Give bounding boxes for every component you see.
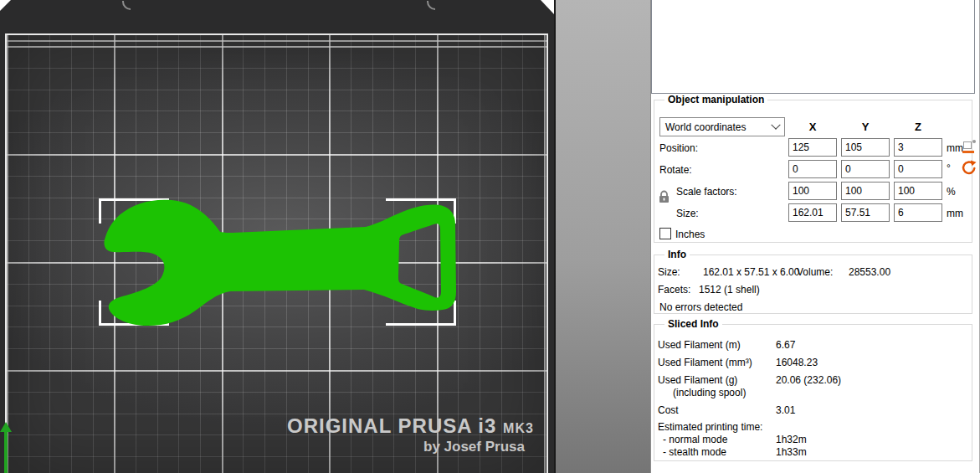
position-y-input[interactable] bbox=[841, 138, 890, 157]
bed-byline-text: by Josef Prusa bbox=[423, 439, 525, 455]
y-axis-arrow-icon bbox=[4, 431, 8, 473]
3d-viewport[interactable]: ORIGINAL PRUSA i3 MK3 by Josef Prusa bbox=[0, 0, 554, 473]
rotate-x-input[interactable] bbox=[788, 160, 837, 178]
scale-z-input[interactable] bbox=[894, 182, 942, 200]
info-facets-value: 1512 (1 shell) bbox=[699, 284, 760, 296]
viewport-panel-gap bbox=[554, 0, 650, 473]
inches-checkbox-label: Inches bbox=[675, 229, 705, 240]
axis-header-y: Y bbox=[841, 121, 890, 133]
inches-checkbox[interactable] bbox=[659, 228, 671, 239]
info-size-label: Size: bbox=[658, 266, 680, 278]
rotate-reset-icon[interactable] bbox=[961, 160, 977, 176]
info-facets-label: Facets: bbox=[658, 284, 690, 296]
scale-unit: % bbox=[947, 186, 956, 198]
object-manipulation-group: Object manipulation World coordinates X … bbox=[654, 100, 972, 243]
group-title: Info bbox=[664, 249, 690, 260]
sliced-info-group: Sliced Info Used Filament (m) 6.67 Used … bbox=[654, 324, 972, 461]
chevron-down-icon bbox=[771, 120, 780, 129]
scale-factors-label: Scale factors: bbox=[676, 186, 737, 198]
size-unit: mm bbox=[947, 208, 963, 219]
rotate-unit: ° bbox=[947, 162, 951, 174]
scale-x-input[interactable] bbox=[788, 182, 837, 200]
info-volume-value: 28553.00 bbox=[849, 266, 890, 278]
axis-header-z: Z bbox=[894, 121, 942, 133]
rotate-z-input[interactable] bbox=[894, 160, 942, 178]
info-size-value: 162.01 x 57.51 x 6.00 bbox=[703, 266, 799, 278]
group-title: Sliced Info bbox=[664, 318, 722, 330]
scale-y-input[interactable] bbox=[841, 182, 890, 200]
rotate-label: Rotate: bbox=[659, 164, 692, 176]
coordinates-dropdown[interactable]: World coordinates bbox=[659, 117, 785, 136]
info-volume-label: Volume: bbox=[797, 266, 833, 278]
y-axis-arrow-icon bbox=[0, 422, 12, 432]
position-unit: mm bbox=[947, 142, 963, 154]
position-z-input[interactable] bbox=[894, 138, 942, 157]
object-list[interactable] bbox=[651, 0, 975, 94]
axis-header-x: X bbox=[788, 121, 837, 133]
group-title: Object manipulation bbox=[664, 94, 767, 105]
info-group: Info Size: 162.01 x 57.51 x 6.00 Volume:… bbox=[654, 254, 972, 314]
bed-brand-text: ORIGINAL PRUSA i3 MK3 bbox=[287, 414, 534, 438]
info-status-text: No errors detected bbox=[659, 301, 742, 313]
drop-to-bed-icon[interactable] bbox=[962, 140, 977, 154]
position-x-input[interactable] bbox=[788, 138, 837, 157]
position-label: Position: bbox=[659, 142, 698, 154]
wrench-model[interactable] bbox=[0, 0, 554, 473]
coordinates-dropdown-value: World coordinates bbox=[665, 121, 772, 133]
lock-icon[interactable] bbox=[659, 190, 670, 204]
rotate-y-input[interactable] bbox=[841, 160, 890, 178]
size-y-input[interactable] bbox=[841, 203, 890, 222]
size-x-input[interactable] bbox=[788, 203, 837, 222]
right-sidebar: Object manipulation World coordinates X … bbox=[650, 0, 980, 473]
size-z-input[interactable] bbox=[894, 203, 942, 222]
size-label: Size: bbox=[676, 208, 699, 219]
